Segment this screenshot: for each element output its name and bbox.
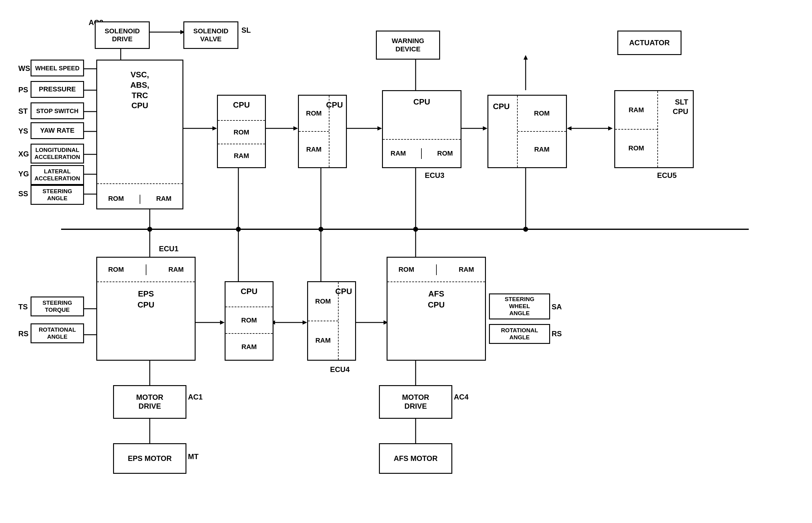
svg-point-45 (413, 227, 418, 232)
stop-switch-box: STOP SWITCH (31, 103, 84, 119)
svg-point-43 (318, 227, 323, 232)
ecu5-label: ECU5 (657, 171, 677, 180)
steering-angle-top-box: STEERINGANGLE (31, 185, 84, 205)
eps-rom-ram: ROMRAM (97, 258, 195, 282)
warning-device-box: WARNINGDEVICE (376, 31, 440, 60)
ss-label: SS (18, 190, 28, 198)
ac1-label: AC1 (188, 393, 203, 401)
eps-cpu-box: ROMRAM EPSCPU (96, 257, 196, 361)
rotational-angle-top-box: ROTATIONALANGLE (31, 323, 84, 343)
actuator-box: ACTUATOR (617, 31, 682, 55)
yg-label: YG (18, 170, 29, 178)
svg-marker-57 (302, 320, 307, 325)
slt-cpu-label: SLTCPU (672, 97, 688, 116)
svg-marker-23 (293, 126, 298, 130)
motor-drive-left-box: MOTORDRIVE (113, 385, 186, 419)
sl-label: SL (241, 26, 251, 35)
svg-marker-35 (567, 126, 571, 130)
afs-cpu-label: AFSCPU (388, 288, 485, 310)
cpu-lower-mid1-label: CPU (225, 287, 273, 296)
ecu3-cpu-label: CPU (383, 97, 461, 107)
steering-torque-box: STEERINGTORQUE (31, 296, 84, 317)
svg-marker-54 (220, 320, 225, 325)
wheel-speed-box: WHEEL SPEED (31, 60, 84, 76)
afs-cpu-box: ROMRAM AFSCPU (387, 257, 486, 361)
cpu-right1-label: CPU (493, 102, 510, 111)
eps-cpu-label: EPSCPU (97, 288, 195, 310)
slt-cpu-box: SLTCPU RAM ROM (614, 90, 694, 168)
svg-marker-26 (377, 126, 382, 130)
cpu-right1-box: CPU ROM RAM (487, 95, 567, 168)
ac4-label: AC4 (454, 393, 468, 401)
pressure-box: PRESSURE (31, 81, 84, 98)
long-accel-box: LONGITUDINALACCELERATION (31, 144, 84, 164)
yaw-rate-box: YAW RATE (31, 122, 84, 139)
ws-label: WS (18, 64, 30, 73)
rotational-angle-bot-box: ROTATIONALANGLE (489, 324, 550, 344)
svg-point-39 (147, 227, 152, 232)
svg-point-47 (523, 227, 528, 232)
cpu-mid1-label: CPU (218, 100, 265, 110)
rs-top-label: RS (18, 329, 29, 338)
ecu3-box: CPU RAMROM (382, 90, 461, 168)
svg-marker-36 (608, 126, 613, 130)
ecu3-rom-ram: RAMROM (383, 140, 461, 167)
vsc-label: VSC,ABS,TRCCPU (97, 70, 182, 111)
sa-label: SA (552, 303, 562, 311)
cpu-mid1-box: CPU ROM RAM (217, 95, 266, 168)
rs-bot-label: RS (552, 329, 562, 338)
ts-label: TS (18, 303, 28, 311)
ecu1-label: ECU1 (159, 245, 179, 253)
afs-rom-ram: ROMRAM (388, 258, 485, 282)
steering-wheel-angle-box: STEERINGWHEELANGLE (489, 293, 550, 320)
ecu3-label: ECU3 (425, 171, 444, 180)
lat-accel-box: LATERALACCELERATION (31, 165, 84, 185)
cpu-lower-mid2-box: CPU ROM RAM (307, 281, 356, 361)
motor-drive-right-box: MOTORDRIVE (379, 385, 452, 419)
svg-point-41 (236, 227, 241, 232)
mt-label: MT (188, 452, 199, 461)
ys-label: YS (18, 127, 28, 136)
xg-label: XG (18, 150, 29, 158)
ps-label: PS (18, 86, 28, 94)
eps-motor-box: EPS MOTOR (113, 443, 186, 474)
svg-marker-20 (213, 126, 217, 130)
svg-marker-33 (523, 55, 528, 60)
vsc-rom-ram: ROMRAM (100, 195, 179, 204)
solenoid-valve-box: SOLENOID VALVE (183, 21, 238, 49)
solenoid-drive-box: SOLENOID DRIVE (95, 21, 150, 49)
vsc-ecu2-box: VSC,ABS,TRCCPU ROMRAM (96, 60, 183, 210)
ecu4-label: ECU4 (330, 365, 350, 374)
afs-motor-box: AFS MOTOR (379, 443, 452, 474)
cpu-mid2-box: CPU ROM RAM (298, 95, 347, 168)
st-label: ST (18, 107, 28, 115)
svg-marker-31 (483, 126, 487, 130)
cpu-lower-mid1-box: CPU ROM RAM (225, 281, 274, 361)
